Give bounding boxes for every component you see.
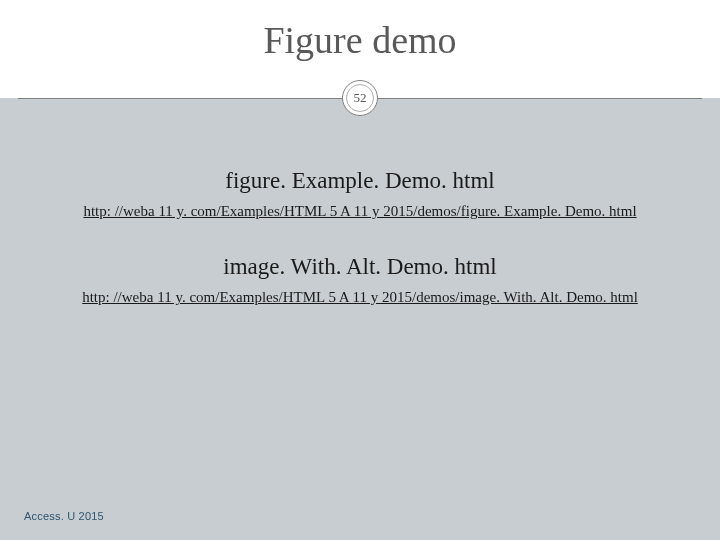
- demo-heading-1: figure. Example. Demo. html: [0, 168, 720, 194]
- demo-heading-2: image. With. Alt. Demo. html: [0, 254, 720, 280]
- demo-link-2[interactable]: http: //weba 11 y. com/Examples/HTML 5 A…: [82, 289, 638, 306]
- footer-text: Access. U 2015: [24, 510, 104, 522]
- demo-link-1[interactable]: http: //weba 11 y. com/Examples/HTML 5 A…: [83, 203, 636, 220]
- page-number-badge: 52: [342, 80, 378, 116]
- body-region: figure. Example. Demo. html http: //weba…: [0, 98, 720, 540]
- page-number: 52: [346, 84, 374, 112]
- slide-title: Figure demo: [0, 18, 720, 62]
- slide: Figure demo 52 figure. Example. Demo. ht…: [0, 0, 720, 540]
